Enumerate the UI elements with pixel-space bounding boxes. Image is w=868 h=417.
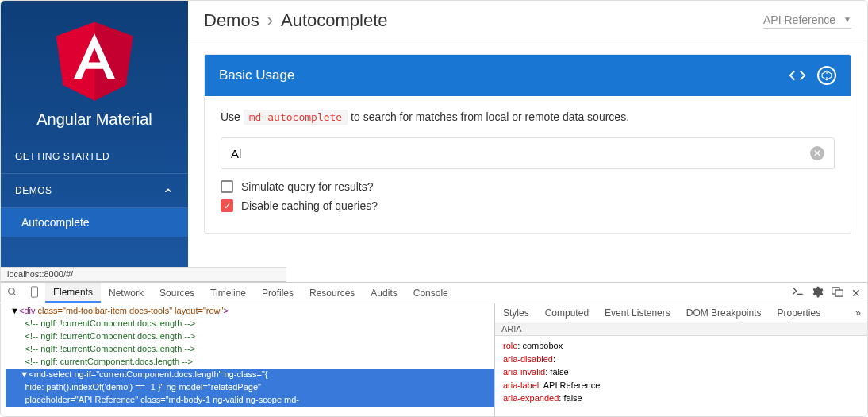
clear-icon[interactable]: ✕ — [810, 146, 824, 160]
option-simulate-query[interactable]: Simulate query for results? — [221, 180, 835, 193]
selected-dom-node[interactable]: ▼<md-select ng-if="currentComponent.docs… — [6, 369, 494, 381]
sidetab-event-listeners[interactable]: Event Listeners — [597, 307, 678, 319]
checkbox-unchecked-icon[interactable] — [221, 180, 233, 193]
browser-urlbar[interactable]: localhost:8000/#/ — [1, 267, 286, 282]
dom-tree[interactable]: ▼<div class="md-toolbar-item docs-tools"… — [1, 303, 494, 417]
checkbox-checked-icon[interactable]: ✓ — [221, 199, 233, 212]
sidebar-item-demos[interactable]: DEMOS — [1, 174, 188, 208]
logo-area: Angular Material — [1, 1, 188, 140]
breadcrumb-current: Autocomplete — [281, 10, 388, 31]
sidetab-styles[interactable]: Styles — [495, 307, 537, 319]
tab-audits[interactable]: Audits — [363, 283, 405, 303]
gear-icon[interactable] — [812, 286, 824, 300]
tab-sources[interactable]: Sources — [152, 283, 202, 303]
devtools-sidepane: Styles Computed Event Listeners DOM Brea… — [494, 303, 867, 417]
tab-console[interactable]: Console — [405, 283, 456, 303]
sidebar-subitem-autocomplete[interactable]: Autocomplete — [1, 208, 188, 237]
chevron-up-icon — [163, 185, 174, 196]
demo-card: Basic Usage Use md-autocomplete to searc… — [204, 54, 851, 234]
drawer-icon[interactable] — [791, 287, 804, 299]
tab-profiles[interactable]: Profiles — [254, 283, 301, 303]
sidetab-computed[interactable]: Computed — [537, 307, 597, 319]
card-title: Basic Usage — [219, 68, 294, 83]
device-icon[interactable] — [24, 286, 45, 300]
aria-section-header: ARIA — [495, 322, 867, 336]
sidebar: Angular Material GETTING STARTED DEMOS A… — [1, 1, 188, 267]
card-description: Use md-autocomplete to search for matche… — [221, 110, 835, 123]
codepen-icon[interactable] — [817, 66, 836, 85]
svg-rect-7 — [32, 286, 38, 296]
sidetab-properties[interactable]: Properties — [769, 307, 828, 319]
svg-rect-10 — [835, 290, 843, 296]
more-icon[interactable]: » — [855, 307, 867, 319]
breadcrumb-root[interactable]: Demos — [204, 10, 259, 31]
close-icon[interactable]: ✕ — [851, 287, 861, 299]
breadcrumb: Demos › Autocomplete API Reference ▼ — [188, 1, 867, 41]
svg-line-6 — [13, 293, 16, 295]
autocomplete-input[interactable] — [231, 147, 810, 160]
code-chip: md-autocomplete — [244, 110, 348, 125]
autocomplete-input-wrap: ✕ — [221, 137, 835, 169]
tab-network[interactable]: Network — [101, 283, 152, 303]
card-header: Basic Usage — [205, 55, 851, 96]
api-reference-select[interactable]: API Reference ▼ — [763, 14, 851, 29]
dock-icon[interactable] — [832, 287, 843, 299]
aria-properties: role: combobox aria-disabled: aria-inval… — [495, 336, 867, 408]
breadcrumb-separator: › — [267, 10, 273, 31]
angular-shield-icon — [51, 15, 138, 102]
svg-point-5 — [9, 288, 15, 294]
dropdown-caret-icon: ▼ — [843, 15, 851, 24]
devtools-tabs: Elements Network Sources Timeline Profil… — [1, 283, 867, 303]
code-icon[interactable] — [789, 67, 806, 84]
tab-resources[interactable]: Resources — [301, 283, 363, 303]
main-content: Demos › Autocomplete API Reference ▼ Bas… — [188, 1, 867, 267]
search-icon[interactable] — [1, 287, 24, 299]
tab-elements[interactable]: Elements — [45, 283, 101, 303]
option-disable-caching[interactable]: ✓ Disable caching of queries? — [221, 199, 835, 212]
tab-timeline[interactable]: Timeline — [202, 283, 254, 303]
devtools: Elements Network Sources Timeline Profil… — [1, 282, 867, 417]
brand-title: Angular Material — [1, 110, 188, 129]
sidebar-item-getting-started[interactable]: GETTING STARTED — [1, 140, 188, 174]
sidetab-dom-breakpoints[interactable]: DOM Breakpoints — [678, 307, 770, 319]
